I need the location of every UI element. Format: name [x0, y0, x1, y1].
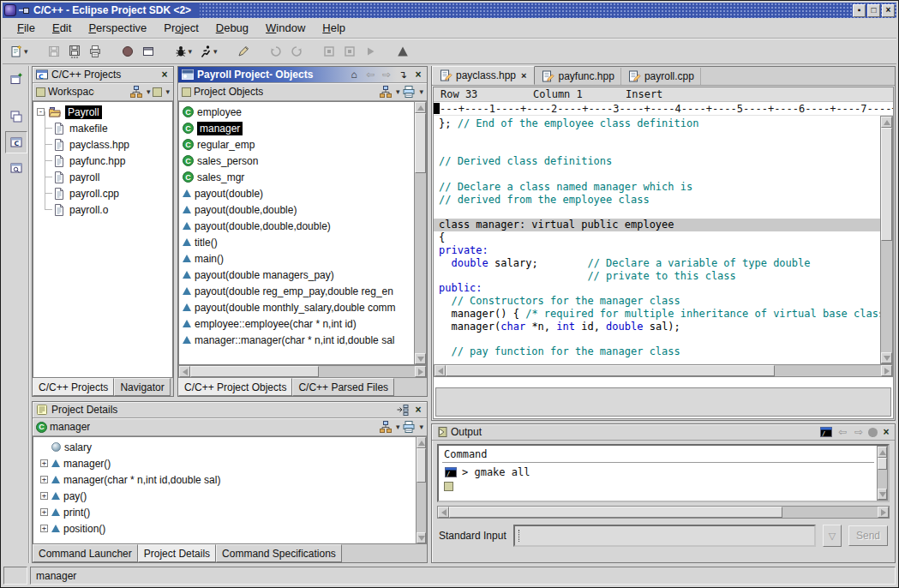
drill-into-icon[interactable]: ↴ — [396, 69, 410, 81]
objects-tab[interactable]: C/C++ Parsed Files — [292, 378, 394, 396]
close-icon[interactable]: × — [412, 404, 424, 416]
scroll-right-button[interactable] — [881, 365, 892, 376]
scroll-up-button[interactable] — [878, 447, 887, 458]
scroll-down-button[interactable] — [881, 352, 892, 363]
standard-input-field[interactable] — [513, 525, 816, 547]
forward-icon[interactable]: ⇨ — [852, 426, 866, 438]
record-button[interactable] — [117, 41, 138, 62]
scroll-up-button[interactable] — [881, 117, 892, 128]
scroll-right-button[interactable] — [878, 507, 889, 518]
list-item[interactable]: title() — [179, 234, 414, 250]
tree-item[interactable]: +pay() — [39, 488, 416, 504]
scroll-left-button[interactable] — [438, 507, 449, 518]
back-icon[interactable]: ⇦ — [836, 426, 849, 438]
back-icon[interactable]: ⇦ — [363, 69, 377, 81]
home-icon[interactable]: ⌂ — [347, 69, 361, 81]
menu-window[interactable]: Window — [258, 19, 313, 37]
run-button[interactable]: ▾ — [195, 41, 221, 62]
tree-item[interactable]: +manager(char * n,int id,double sal) — [39, 471, 416, 488]
scrollbar-thumb[interactable] — [415, 113, 426, 173]
expand-toggle[interactable]: + — [40, 476, 48, 483]
editor-tab[interactable]: payroll.cpp — [621, 68, 701, 85]
list-item[interactable]: payout(double,double) — [179, 201, 414, 218]
scroll-up-button[interactable] — [417, 437, 426, 448]
command-row[interactable]: / > gmake all — [442, 463, 874, 479]
menu-help[interactable]: Help — [315, 19, 353, 37]
objects-horizontal-scrollbar[interactable] — [178, 365, 427, 378]
scrollbar-thumb[interactable] — [449, 507, 782, 518]
cpp-perspective-button[interactable]: C — [5, 131, 27, 153]
search-button[interactable] — [233, 41, 254, 62]
minimize-button[interactable]: ▪ — [853, 4, 866, 17]
chevron-down-icon[interactable]: ▾ — [419, 423, 423, 431]
scrollbar-thumb[interactable] — [881, 128, 892, 241]
save-button[interactable] — [44, 41, 64, 62]
scroll-right-button[interactable] — [415, 366, 426, 377]
menu-file[interactable]: File — [9, 19, 43, 37]
pin-icon[interactable] — [19, 7, 29, 14]
maximize-button[interactable]: □ — [867, 4, 880, 17]
close-button[interactable]: × — [882, 4, 895, 17]
objects-tab[interactable]: C/C++ Project Objects — [178, 378, 292, 396]
open-perspective-button[interactable] — [5, 68, 27, 90]
chevron-down-icon[interactable]: ▾ — [147, 87, 151, 96]
chevron-down-icon[interactable]: ▾ — [165, 87, 170, 96]
scrollbar-thumb[interactable] — [878, 458, 887, 470]
list-item[interactable]: Cregular_emp — [179, 136, 414, 153]
command-list[interactable]: Command / > gmake all — [437, 444, 890, 502]
projects-tab[interactable]: Navigator — [114, 378, 170, 396]
stop-button[interactable] — [319, 41, 339, 62]
tree-item[interactable]: payclass.hpp — [42, 136, 172, 153]
tree-item-root[interactable]: -Payroll — [33, 104, 172, 120]
command-row[interactable] — [442, 479, 874, 491]
close-icon[interactable]: × — [880, 426, 892, 438]
objects-vertical-scrollbar[interactable] — [414, 101, 427, 365]
scrollbar-thumb[interactable] — [417, 448, 426, 483]
expand-toggle[interactable]: + — [40, 492, 48, 500]
delta-button[interactable] — [393, 41, 413, 62]
rotate-forward-button[interactable] — [286, 41, 307, 62]
tree-item[interactable]: payroll.cpp — [42, 185, 172, 201]
close-icon[interactable]: × — [519, 70, 528, 81]
list-item[interactable]: payout(double,double,double) — [179, 218, 414, 234]
debug-button[interactable]: ▾ — [171, 41, 196, 62]
tree-item[interactable]: payroll — [42, 169, 172, 185]
list-item[interactable]: Cmanager — [179, 120, 414, 136]
stop-all-button[interactable] — [339, 41, 360, 62]
tree-item[interactable]: salary — [39, 439, 416, 455]
close-icon[interactable]: × — [412, 69, 424, 81]
chevron-down-icon[interactable]: ▾ — [24, 47, 28, 56]
resume-button[interactable] — [360, 41, 381, 62]
menu-edit[interactable]: Edit — [45, 19, 79, 37]
list-item[interactable]: Csales_mgr — [179, 169, 414, 185]
tree-item[interactable]: payfunc.hpp — [42, 153, 172, 169]
tree-item[interactable]: +manager() — [39, 455, 416, 471]
new-wizard-button[interactable]: ▾ — [6, 41, 32, 62]
new-window-button[interactable] — [138, 41, 159, 62]
menu-project[interactable]: Project — [156, 19, 206, 37]
close-icon[interactable]: × — [159, 69, 171, 81]
collapse-toggle[interactable]: - — [37, 108, 45, 116]
output-horizontal-scrollbar[interactable] — [437, 506, 890, 519]
list-item[interactable]: employee::employee(char * n,int id) — [179, 315, 414, 332]
expand-toggle[interactable]: + — [40, 525, 48, 532]
expand-toggle[interactable]: + — [40, 508, 48, 516]
scrollbar-thumb[interactable] — [190, 366, 319, 377]
editor-tab[interactable]: payfunc.hpp — [535, 68, 620, 85]
tree-item[interactable]: payroll.o — [42, 201, 172, 218]
details-tab[interactable]: Command Launcher — [33, 544, 138, 562]
projects-tab[interactable]: C/C++ Projects — [33, 378, 114, 396]
scroll-down-button[interactable] — [417, 532, 426, 543]
code-editor[interactable]: }; // End of the employee class definiti… — [434, 116, 880, 364]
tree-item[interactable]: +position() — [39, 520, 416, 537]
editor-horizontal-scrollbar[interactable] — [434, 364, 893, 377]
rotate-back-button[interactable] — [266, 41, 286, 62]
scroll-down-button[interactable] — [878, 489, 887, 500]
scroll-down-button[interactable] — [415, 353, 426, 364]
scrollbar-thumb[interactable] — [446, 365, 775, 376]
chevron-down-icon[interactable]: ▾ — [189, 47, 193, 56]
details-tab[interactable]: Command Specifications — [216, 544, 342, 562]
debug-perspective-button[interactable] — [5, 157, 27, 179]
scroll-up-button[interactable] — [415, 102, 426, 113]
menu-perspective[interactable]: Perspective — [81, 19, 154, 37]
